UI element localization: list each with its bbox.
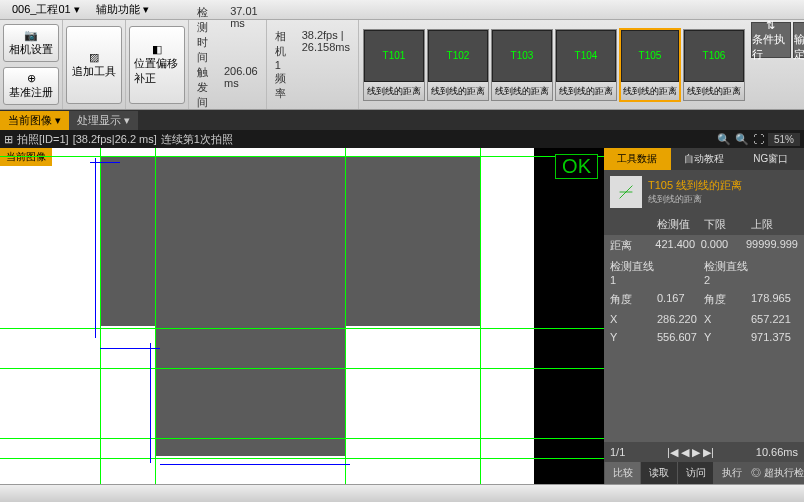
- read-button[interactable]: 读取: [640, 462, 676, 484]
- tab-ng-window[interactable]: NG窗口: [737, 148, 804, 170]
- tab-current-image[interactable]: 当前图像 ▾: [0, 111, 69, 130]
- continuous-info: 连续第1次拍照: [161, 132, 233, 147]
- tool-icon: [610, 176, 642, 208]
- thumb-t102[interactable]: T102线到线的距离: [427, 29, 489, 101]
- camera-icon: 📷: [24, 29, 38, 42]
- add-tool-button[interactable]: ▨追加工具: [66, 26, 122, 104]
- side-panel: 工具数据 自动教程 NG窗口 T105 线到线的距离 线到线的距离 检测值下限上…: [604, 148, 804, 484]
- tab-auto-teach[interactable]: 自动教程: [671, 148, 738, 170]
- tool-thumbnails: T101线到线的距离 T102线到线的距离 T103线到线的距离 T104线到线…: [359, 20, 749, 109]
- timing-info: [38.2fps|26.2 ms]: [73, 133, 157, 145]
- menu-project[interactable]: 006_工程01 ▾: [4, 0, 88, 19]
- tool-time: 10.66ms: [756, 446, 798, 458]
- thumb-t104[interactable]: T104线到线的距离: [555, 29, 617, 101]
- zoom-in-icon[interactable]: 🔍: [717, 133, 731, 146]
- over-execute-button[interactable]: ◎ 超执行检测: [750, 462, 804, 484]
- camera-settings-button[interactable]: 📷相机设置: [3, 24, 59, 62]
- branch-icon: ⇅: [766, 19, 775, 32]
- menu-aux[interactable]: 辅助功能 ▾: [88, 0, 157, 19]
- zoom-value[interactable]: 51%: [768, 133, 800, 146]
- fit-icon[interactable]: ⛶: [753, 133, 764, 145]
- page-indicator: 1/1: [610, 446, 625, 458]
- tab-tool-data[interactable]: 工具数据: [604, 148, 671, 170]
- status-bar: [0, 484, 804, 502]
- thumb-t101[interactable]: T101线到线的距离: [363, 29, 425, 101]
- thumb-t105[interactable]: T105线到线的距离: [619, 28, 681, 102]
- camera-freq: 相机1频率38.2fps | 26.158ms: [267, 20, 359, 109]
- condition-exec-button[interactable]: ⇅条件执行: [751, 22, 791, 58]
- viewport-label: 当前图像: [0, 148, 52, 166]
- page-nav[interactable]: |◀ ◀ ▶ ▶|: [667, 446, 714, 459]
- base-register-button[interactable]: ⊕基准注册: [3, 67, 59, 105]
- image-viewport[interactable]: 当前图像 OK: [0, 148, 604, 484]
- thumb-t103[interactable]: T103线到线的距离: [491, 29, 553, 101]
- viewport-ok: OK: [555, 154, 598, 179]
- output-settings-button[interactable]: ▭输出设定: [793, 22, 804, 58]
- shot-info: 拍照[ID=1]: [17, 132, 69, 147]
- thumb-t106[interactable]: T106线到线的距离: [683, 29, 745, 101]
- zoom-out-icon[interactable]: 🔍: [735, 133, 749, 146]
- compare-button[interactable]: 比较: [604, 462, 640, 484]
- tab-process-display[interactable]: 处理显示 ▾: [69, 111, 138, 130]
- execute-button[interactable]: 执行: [713, 462, 749, 484]
- target-icon: ⊕: [27, 72, 36, 85]
- position-compensation-button[interactable]: ◧位置偏移补正: [129, 26, 185, 104]
- plus-icon: ▨: [89, 51, 99, 64]
- stats-panel: 检测时间37.01 ms 触发间隔206.06 ms: [189, 20, 267, 109]
- data-table: 检测值下限上限 距离421.4000.00099999.999 检测直线1检测直…: [604, 214, 804, 442]
- layers-icon: ◧: [152, 43, 162, 56]
- access-button[interactable]: 访问: [677, 462, 713, 484]
- grid-icon[interactable]: ⊞: [4, 133, 13, 146]
